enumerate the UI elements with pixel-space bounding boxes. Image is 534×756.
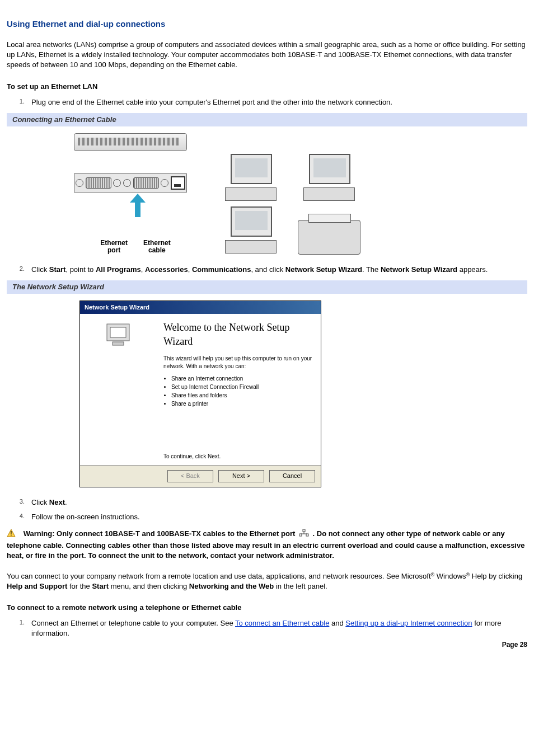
step-number: 1. <box>7 97 31 107</box>
wizard-description: This wizard will help you set up this co… <box>163 355 313 370</box>
svg-rect-2 <box>113 342 124 345</box>
step-text: Click Next. <box>31 497 527 508</box>
page-title: Using Ethernet and dial-up connections <box>7 18 527 30</box>
step-text: Connect an Ethernet or telephone cable t… <box>31 618 527 638</box>
svg-rect-9 <box>306 534 308 536</box>
wizard-titlebar: Network Setup Wizard <box>80 301 321 314</box>
router-illustration <box>74 133 187 151</box>
printer-illustration <box>298 220 360 255</box>
wizard-heading: Welcome to the Network Setup Wizard <box>163 321 313 349</box>
svg-text:!: ! <box>10 530 12 537</box>
svg-rect-5 <box>303 529 305 532</box>
page-number: Page 28 <box>7 640 527 650</box>
section-heading-ethernet-lan: To set up an Ethernet LAN <box>7 82 527 92</box>
back-button[interactable]: < Back <box>167 470 213 482</box>
step-text: Plug one end of the Ethernet cable into … <box>31 97 527 107</box>
warning-icon: ! <box>7 529 16 537</box>
wizard-continue-text: To continue, click Next. <box>163 453 221 461</box>
figure-caption-wizard: The Network Setup Wizard <box>7 280 527 294</box>
step-text: Follow the on-screen instructions. <box>31 512 527 522</box>
step-number: 4. <box>7 512 31 522</box>
ethernet-port-icon <box>171 176 185 190</box>
section-heading-remote-network: To connect to a remote network using a t… <box>7 603 527 613</box>
step-number: 1. <box>7 618 31 638</box>
link-connect-ethernet-cable[interactable]: To connect an Ethernet cable <box>235 619 329 627</box>
remote-paragraph: You can connect to your company network … <box>7 571 527 591</box>
svg-rect-1 <box>110 327 126 337</box>
wizard-bullet-list: Share an Internet connection Set up Inte… <box>171 375 313 408</box>
figure-wizard-screenshot: Network Setup Wizard Welcome to the Netw… <box>7 300 527 487</box>
computer-illustration <box>219 154 281 201</box>
step-number: 3. <box>7 497 31 508</box>
figure-ethernet-diagram: Ethernet port Ethernet cable <box>7 133 527 254</box>
arrow-icon <box>128 194 147 217</box>
cancel-button[interactable]: Cancel <box>269 470 315 482</box>
step-number: 2. <box>7 265 31 275</box>
next-button[interactable]: Next > <box>218 470 264 482</box>
intro-paragraph: Local area networks (LANs) comprise a gr… <box>7 40 527 71</box>
ethernet-port-icon <box>299 529 309 541</box>
warning-paragraph: ! Warning: Only connect 10BASE-T and 100… <box>7 529 527 561</box>
computer-illustration <box>298 154 359 201</box>
step-text: Click Start, point to All Programs, Acce… <box>31 265 527 275</box>
wizard-graphic-icon <box>105 321 132 348</box>
ports-panel-illustration <box>74 173 187 192</box>
figure-caption-ethernet-cable: Connecting an Ethernet Cable <box>7 113 527 126</box>
svg-rect-8 <box>299 534 302 536</box>
link-setting-up-dialup[interactable]: Setting up a dial-up Internet connection <box>345 619 472 627</box>
label-ethernet-cable: Ethernet cable <box>143 240 171 254</box>
computer-illustration <box>219 206 281 253</box>
label-ethernet-port: Ethernet port <box>100 240 128 254</box>
